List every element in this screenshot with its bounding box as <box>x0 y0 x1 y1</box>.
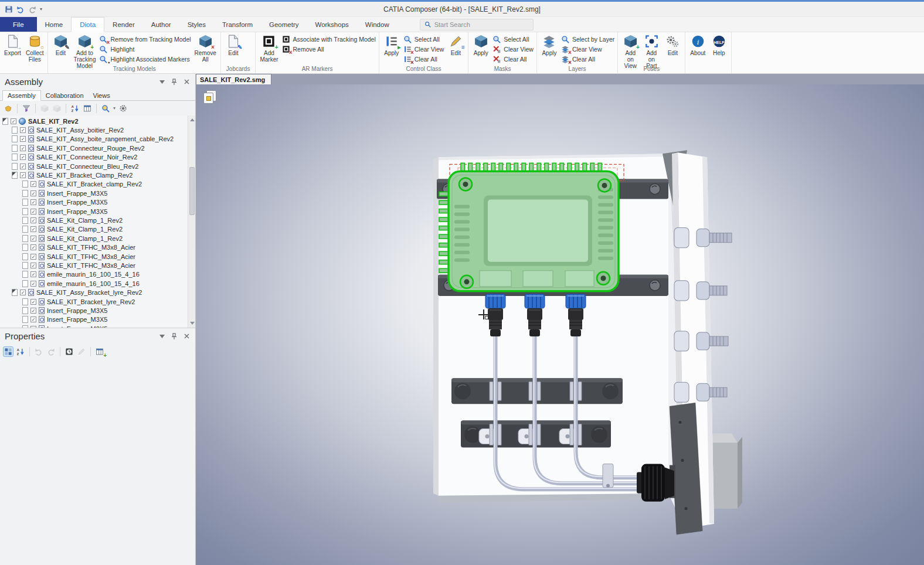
tree-root-item[interactable]: ✓SALE_KIT_Rev2 <box>0 117 195 125</box>
tree-item[interactable]: ✓emile_maurin_16_100_15_4_16 <box>0 279 195 288</box>
tree-checkbox[interactable]: ✓ <box>30 217 36 223</box>
tree-checkbox[interactable]: ✓ <box>30 281 36 287</box>
tree-item[interactable]: ✓SALE_KIT_TFHC_M3x8_Acier <box>0 261 195 270</box>
tree-item[interactable]: ✓SALE_Kit_Clamp_1_Rev2 <box>0 225 195 234</box>
ecu-unit[interactable] <box>439 163 619 291</box>
redo-property-icon[interactable] <box>46 347 56 356</box>
collect-files-button[interactable]: ○Collect Files <box>23 33 46 63</box>
tree-expand-icon[interactable] <box>12 145 18 152</box>
tree-item[interactable]: ✓SALE_KIT_Assy_Bracket_lyre_Rev2 <box>0 288 195 297</box>
tree-expand-icon[interactable] <box>22 208 28 215</box>
properties-close-icon[interactable] <box>182 332 191 341</box>
tree-checkbox[interactable]: ✓ <box>11 118 16 124</box>
tree-expand-icon[interactable] <box>22 217 28 224</box>
edit-tracking-button[interactable]: ✎Edit <box>50 33 71 56</box>
add-on-part-button[interactable]: Add on Part <box>641 33 662 69</box>
clear-all-masks-button[interactable]: Clear All <box>492 54 534 64</box>
tree-checkbox[interactable]: ✓ <box>30 199 36 205</box>
categorized-view-icon[interactable] <box>4 347 13 356</box>
viewport-views-icon[interactable] <box>202 90 218 106</box>
tree-checkbox[interactable]: ✓ <box>30 190 36 196</box>
tree-checkbox[interactable]: ✓ <box>30 308 36 314</box>
tree-expand-icon[interactable] <box>22 280 28 287</box>
edit-poses-button[interactable]: Edit <box>662 33 683 56</box>
export-button[interactable]: →Export <box>2 33 23 56</box>
tree-checkbox[interactable]: ✓ <box>20 154 26 160</box>
assembly-close-icon[interactable] <box>182 78 191 86</box>
tree-checkbox[interactable]: ✓ <box>20 164 26 169</box>
assembly-panel-tab-assembly[interactable]: Assembly <box>2 90 41 101</box>
tree-checkbox[interactable]: ✓ <box>30 254 36 260</box>
select-by-layer-button[interactable]: Select by Layer <box>561 34 614 44</box>
tree-item[interactable]: ✓SALE_KIT_Connecteur_Rouge_Rev2 <box>0 144 195 152</box>
columns-icon[interactable] <box>83 104 92 113</box>
tree-checkbox[interactable]: ✓ <box>30 226 36 232</box>
tab-render[interactable]: Render <box>104 17 143 32</box>
tree-expand-icon[interactable] <box>22 226 28 233</box>
select-all-button[interactable]: Select All <box>403 34 444 44</box>
assembly-pin-icon[interactable] <box>170 78 178 86</box>
highlight-button[interactable]: Highlight <box>99 44 191 54</box>
tree-item[interactable]: ✓SALE_KIT_Bracket_Clamp_Rev2 <box>0 171 195 179</box>
tree-scrollbar[interactable] <box>188 115 195 328</box>
tab-diota[interactable]: Diota <box>71 17 104 32</box>
clear-view-layers-button[interactable]: ×Clear View <box>561 44 614 54</box>
tree-expand-icon[interactable] <box>22 253 28 260</box>
search-box[interactable] <box>420 19 534 30</box>
remove-from-tracking-button[interactable]: ×Remove from Tracking Model <box>99 34 191 44</box>
clear-all-button[interactable]: ×Clear All <box>403 54 444 64</box>
edit-control-button[interactable]: ≡Edit <box>445 33 466 56</box>
tree-checkbox[interactable]: ✓ <box>30 244 36 250</box>
tab-geometry[interactable]: Geometry <box>261 17 307 32</box>
tree-checkbox[interactable]: ✓ <box>30 209 36 215</box>
apply-control-button[interactable]: ▸Apply <box>381 33 402 56</box>
tree-checkbox[interactable]: ✓ <box>30 236 36 241</box>
sort-alpha-icon[interactable]: AZ <box>16 347 25 356</box>
tree-item[interactable]: ✓SALE_KIT_TFHC_M3x8_Acier <box>0 252 195 261</box>
help-button[interactable]: HELPHelp <box>708 33 729 56</box>
tab-home[interactable]: Home <box>37 17 72 32</box>
tree-expand-icon[interactable] <box>22 307 28 314</box>
assembly-panel-tab-collaboration[interactable]: Collaboration <box>41 91 89 100</box>
tree-item[interactable]: ✓Insert_Frappe_M3X5 <box>0 198 195 207</box>
tree-checkbox[interactable]: ✓ <box>20 127 26 133</box>
tree-item[interactable]: ✓SALE_KIT_Assy_boitier_Rev2 <box>0 125 195 134</box>
settings-icon[interactable] <box>118 104 128 113</box>
tree-item[interactable]: ✓SALE_KIT_TFHC_M3x8_Acier <box>0 243 195 251</box>
tab-file[interactable]: File <box>0 17 37 32</box>
tree-checkbox[interactable]: ✓ <box>30 326 36 328</box>
tree-expand-icon[interactable] <box>12 172 18 179</box>
part-yellow-icon[interactable] <box>4 104 13 113</box>
remove-all-markers-button[interactable]: ×Remove All <box>282 44 376 54</box>
edit-property-icon[interactable] <box>77 347 86 356</box>
tree-expand-icon[interactable] <box>22 316 28 323</box>
clear-view-masks-button[interactable]: Clear View <box>492 44 534 54</box>
properties-dropdown-icon[interactable] <box>158 332 166 341</box>
add-marker-button[interactable]: +Add Marker <box>257 33 280 63</box>
tab-author[interactable]: Author <box>143 17 179 32</box>
3d-viewport[interactable] <box>196 84 924 565</box>
search-input[interactable] <box>434 21 529 28</box>
tree-item[interactable]: ✓SALE_KIT_Connecteur_Bleu_Rev2 <box>0 162 195 171</box>
tree-expand-icon[interactable] <box>22 298 28 305</box>
cable-gland[interactable] <box>637 464 674 502</box>
tree-item[interactable]: ✓Insert_Frappe_M3X5 <box>0 189 195 198</box>
hide-geometry-icon[interactable] <box>52 104 62 113</box>
undo-property-icon[interactable] <box>34 347 43 356</box>
scroll-up-icon[interactable] <box>190 118 195 121</box>
tree-item[interactable]: ✓Insert_Frappe_M3X5 <box>0 315 195 324</box>
tree-item[interactable]: ✓SALE_Kit_Clamp_1_Rev2 <box>0 234 195 243</box>
tree-item[interactable]: ✓SALE_KIT_Assy_boite_rangement_cable_Rev… <box>0 135 195 144</box>
search-settings-dropdown-icon[interactable]: ▾ <box>113 105 116 111</box>
filter-icon[interactable] <box>22 104 31 113</box>
tab-styles[interactable]: Styles <box>179 17 214 32</box>
tree-expand-icon[interactable] <box>22 262 28 269</box>
tree-item[interactable]: ✓SALE_KIT_Bracket_clamp_Rev2 <box>0 180 195 189</box>
tree-expand-icon[interactable] <box>22 244 28 251</box>
tree-item[interactable]: ✓SALE_Kit_Clamp_1_Rev2 <box>0 216 195 224</box>
tree-expand-icon[interactable] <box>12 163 18 170</box>
tree-expand-icon[interactable] <box>12 135 18 142</box>
tab-workshops[interactable]: Workshops <box>307 17 357 32</box>
tree-checkbox[interactable]: ✓ <box>30 316 36 322</box>
highlight-associated-button[interactable]: ▪Highlight Associated Markers <box>99 54 191 64</box>
